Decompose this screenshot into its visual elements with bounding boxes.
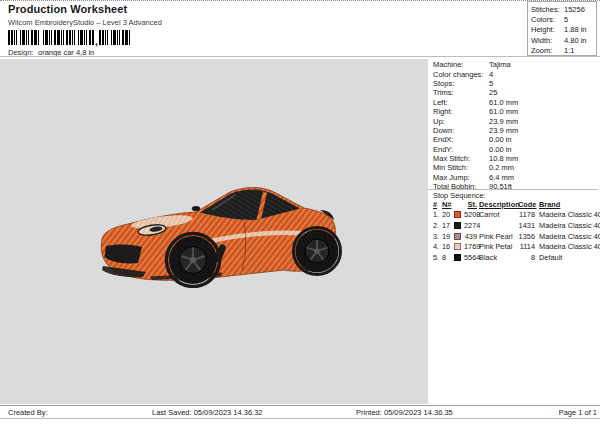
row-code: 1178 <box>518 210 535 219</box>
car-rear-wheel <box>294 228 341 275</box>
col-header-brand: Brand <box>535 200 599 209</box>
stat-label: Stitches: <box>531 5 564 14</box>
info-label: Machine: <box>433 60 489 69</box>
machine-info-row: Machine:Tajima <box>433 60 597 69</box>
machine-info-row: Right:61.0 mm <box>433 107 597 116</box>
info-label: Color changes: <box>433 70 489 79</box>
row-thread-number: 439 <box>464 232 477 241</box>
info-value: 5 <box>489 79 493 88</box>
machine-info-row: EndY:0.00 in <box>433 145 597 154</box>
row-description: Pink Petal <box>477 242 518 251</box>
col-header-num: # <box>433 200 442 209</box>
info-value: 61.0 mm <box>489 107 518 116</box>
stop-sequence-title: Stop Sequence: <box>433 191 599 200</box>
stop-sequence: Stop Sequence: # N# St. Description Code… <box>433 191 599 263</box>
machine-info-row: EndX:0.00 in <box>433 135 597 144</box>
col-header-st: St. <box>464 200 477 209</box>
machine-info-row: Min Stitch:0.2 mm <box>433 163 597 172</box>
design-barcode: , <box>8 30 408 45</box>
info-label: Stops: <box>433 79 489 88</box>
row-needle: 19 <box>442 232 454 241</box>
machine-info-row: Trims:25 <box>433 88 597 97</box>
thread-color-swatch <box>454 243 461 250</box>
row-thread-number: 5564 <box>464 253 477 262</box>
page-top-rule <box>0 0 600 1</box>
info-value: 0.2 mm <box>489 163 514 172</box>
car-front-wheel <box>167 234 220 287</box>
stat-label: Zoom: <box>531 46 564 55</box>
machine-info-row: Left:61.0 mm <box>433 98 597 107</box>
info-value: 0.00 in <box>489 135 512 144</box>
thread-color-swatch <box>454 233 461 240</box>
info-value: 25 <box>489 88 497 97</box>
row-index: 5. <box>433 253 442 262</box>
info-value: 23.9 mm <box>489 126 518 135</box>
row-brand: Default <box>535 253 599 262</box>
footer-page-number: Page 1 of 1 <box>0 408 597 417</box>
barcode-segment-1 <box>8 30 94 45</box>
row-needle: 17 <box>442 221 454 230</box>
row-brand: Madeira Classic 40 <box>535 232 600 241</box>
col-header-description: Description <box>477 200 518 209</box>
thread-color-swatch <box>454 222 461 229</box>
thread-row: 5. 8 5564 Black 8 Default <box>433 252 599 263</box>
row-description: Carrot <box>477 210 518 219</box>
stat-value: 4.80 in <box>564 36 587 45</box>
footer-top-rule <box>0 405 600 406</box>
info-label: Up: <box>433 117 489 126</box>
footer-bottom-rule <box>0 418 600 419</box>
row-index: 2. <box>433 221 442 230</box>
stat-value: 5 <box>564 15 568 24</box>
stat-value: 15256 <box>564 5 585 14</box>
machine-info: Machine:Tajima Color changes:4 Stops:5 T… <box>433 60 597 191</box>
machine-info-row: Max Jump:6.4 mm <box>433 173 597 182</box>
row-code: 1114 <box>518 242 535 251</box>
info-value: 4 <box>489 70 493 79</box>
stat-colors: Colors: 5 <box>531 14 596 24</box>
thread-color-swatch <box>454 254 461 261</box>
stop-sequence-header: # N# St. Description Code Brand <box>433 200 599 210</box>
stat-height: Height: 1.88 in <box>531 25 596 35</box>
col-header-n: N# <box>442 200 454 209</box>
row-index: 1. <box>433 210 442 219</box>
row-index: 4. <box>433 242 442 251</box>
info-label: Down: <box>433 126 489 135</box>
col-header-code: Code <box>518 200 535 209</box>
info-label: Right: <box>433 107 489 116</box>
thread-row: 3. 19 439 Pink Pearl 1356 Madeira Classi… <box>433 231 599 242</box>
row-needle: 20 <box>442 210 454 219</box>
info-label: Min Stitch: <box>433 163 489 172</box>
stat-value: 1.88 in <box>564 25 587 34</box>
row-thread-number: 5208 <box>464 210 477 219</box>
app-subtitle: Wilcom EmbroideryStudio – Level 3 Advanc… <box>8 18 408 27</box>
thread-row: 2. 17 2274 1431 Madeira Classic 40 <box>433 220 599 231</box>
machine-info-row: Stops:5 <box>433 79 597 88</box>
info-value: 10.8 mm <box>489 154 518 163</box>
row-thread-number: 1769 <box>464 242 477 251</box>
row-needle: 8 <box>442 253 454 262</box>
production-worksheet-page: { "header": { "title": "Production Works… <box>0 0 600 424</box>
design-stats-box: Stitches: 15256 Colors: 5 Height: 1.88 i… <box>527 1 597 56</box>
row-code: 8 <box>518 253 535 262</box>
info-label: EndY: <box>433 145 489 154</box>
info-value: 6.4 mm <box>489 173 514 182</box>
thread-row: 1. 20 5208 Carrot 1178 Madeira Classic 4… <box>433 210 599 221</box>
car-mirror <box>192 206 200 211</box>
row-brand: Madeira Classic 40 <box>535 221 600 230</box>
thread-color-swatch <box>454 211 461 218</box>
row-code: 1356 <box>518 232 535 241</box>
row-description: Pink Pearl <box>477 232 518 241</box>
info-value: 61.0 mm <box>489 98 518 107</box>
row-thread-number: 2274 <box>464 221 477 230</box>
stop-sequence-divider <box>428 189 598 190</box>
machine-info-row: Max Stitch:10.8 mm <box>433 154 597 163</box>
info-label: Max Stitch: <box>433 154 489 163</box>
stat-zoom: Zoom: 1:1 <box>531 46 596 56</box>
info-label: Trims: <box>433 88 489 97</box>
stat-value: 1:1 <box>564 46 574 55</box>
design-preview-car <box>92 184 342 288</box>
stat-label: Width: <box>531 36 564 45</box>
machine-info-row: Up:23.9 mm <box>433 116 597 125</box>
machine-info-row: Down:23.9 mm <box>433 126 597 135</box>
info-label: Left: <box>433 98 489 107</box>
